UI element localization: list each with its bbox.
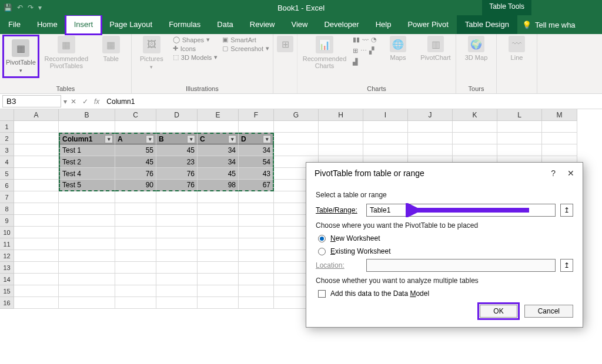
cell[interactable]: 45 xyxy=(115,156,156,168)
cell[interactable] xyxy=(115,227,156,238)
cell[interactable] xyxy=(319,133,363,144)
recommended-pivottables-button[interactable]: ▦ Recommended PivotTables xyxy=(43,36,90,69)
cell[interactable] xyxy=(239,285,274,297)
cell[interactable] xyxy=(542,121,577,133)
select-all-corner[interactable] xyxy=(0,109,14,121)
cell[interactable] xyxy=(198,121,239,133)
cell[interactable]: 34 xyxy=(239,144,274,156)
cell[interactable] xyxy=(14,238,59,250)
cell[interactable] xyxy=(14,262,59,274)
cell[interactable] xyxy=(14,274,59,285)
pie-chart-icon[interactable]: ◔ xyxy=(371,36,377,43)
col-header[interactable]: B xyxy=(59,109,115,121)
icons-button[interactable]: ✚Icons xyxy=(173,45,218,52)
cell[interactable] xyxy=(198,274,239,285)
radio-existing-worksheet[interactable]: Existing Worksheet xyxy=(318,247,573,255)
cell[interactable] xyxy=(59,121,115,133)
row-header[interactable]: 16 xyxy=(0,297,14,309)
tab-help[interactable]: Help xyxy=(367,15,400,34)
cell[interactable] xyxy=(542,144,577,156)
combo-chart-icon[interactable]: ▟ xyxy=(353,58,357,66)
cell[interactable] xyxy=(59,297,115,309)
redo-icon[interactable]: ↷ xyxy=(28,4,34,12)
cell[interactable] xyxy=(319,121,363,133)
collapse-dialog-icon[interactable]: ↥ xyxy=(560,204,573,217)
table-button[interactable]: ▦ Table xyxy=(95,36,128,62)
cell[interactable] xyxy=(59,262,115,274)
cell[interactable] xyxy=(115,285,156,297)
row-header[interactable]: 3 xyxy=(0,144,14,156)
col-header[interactable]: D xyxy=(156,109,198,121)
cell[interactable]: D xyxy=(239,133,274,144)
tab-page-layout[interactable]: Page Layout xyxy=(101,15,160,34)
cell[interactable]: 90 xyxy=(115,180,156,191)
cell[interactable] xyxy=(408,121,453,133)
collapse-dialog-icon[interactable]: ↥ xyxy=(560,259,573,272)
cell[interactable] xyxy=(453,133,497,144)
tab-home[interactable]: Home xyxy=(29,15,66,34)
row-header[interactable]: 9 xyxy=(0,215,14,227)
cell[interactable]: 55 xyxy=(115,144,156,156)
row-header[interactable]: 6 xyxy=(0,180,14,191)
cell[interactable] xyxy=(14,250,59,262)
chart-gallery[interactable]: ▮▮ 〰 ◔ ⊞ ⋯ ▞ ▟ xyxy=(353,36,377,66)
cell[interactable] xyxy=(274,121,319,133)
maps-button[interactable]: 🌐 Maps xyxy=(382,36,414,61)
undo-icon[interactable]: ↶ xyxy=(17,4,23,12)
cell[interactable] xyxy=(14,203,59,215)
cell[interactable] xyxy=(115,262,156,274)
row-header[interactable]: 7 xyxy=(0,191,14,203)
cell[interactable]: 34 xyxy=(198,144,239,156)
cell[interactable] xyxy=(319,144,363,156)
cell[interactable] xyxy=(198,191,239,203)
scatter-chart-icon[interactable]: ⋯ xyxy=(360,47,367,55)
cell[interactable]: 45 xyxy=(198,168,239,180)
cell[interactable]: C xyxy=(198,133,239,144)
cell[interactable] xyxy=(14,144,59,156)
cell[interactable]: B xyxy=(156,133,198,144)
cell[interactable] xyxy=(14,121,59,133)
cell[interactable] xyxy=(115,238,156,250)
line-chart-icon[interactable]: 〰 xyxy=(362,36,369,43)
cell[interactable]: 34 xyxy=(198,156,239,168)
cell[interactable] xyxy=(115,215,156,227)
cell[interactable] xyxy=(156,262,198,274)
col-header[interactable]: A xyxy=(14,109,59,121)
cancel-formula-icon[interactable]: ✕ xyxy=(71,97,76,106)
row-header[interactable]: 2 xyxy=(0,133,14,144)
save-icon[interactable]: 💾 xyxy=(4,4,12,12)
col-header[interactable]: F xyxy=(239,109,274,121)
row-header[interactable]: 14 xyxy=(0,274,14,285)
cell[interactable]: A xyxy=(115,133,156,144)
cell[interactable] xyxy=(363,144,408,156)
cell[interactable] xyxy=(156,191,198,203)
col-header[interactable]: M xyxy=(542,109,577,121)
tab-file[interactable]: File xyxy=(0,15,29,34)
pivottable-button[interactable]: ▦ PivotTable ▾ xyxy=(4,36,38,77)
cell[interactable] xyxy=(239,121,274,133)
cell[interactable] xyxy=(363,121,408,133)
fx-icon[interactable]: fx xyxy=(94,97,99,106)
addins-icon[interactable]: ⊞ xyxy=(277,36,293,52)
cell[interactable]: 76 xyxy=(156,180,198,191)
checkbox-data-model[interactable]: Add this data to the Data Model xyxy=(318,289,573,298)
row-header[interactable]: 11 xyxy=(0,238,14,250)
col-header[interactable]: I xyxy=(363,109,408,121)
cell[interactable] xyxy=(497,133,542,144)
cell[interactable] xyxy=(239,191,274,203)
tab-view[interactable]: View xyxy=(283,15,316,34)
cell[interactable]: 54 xyxy=(239,156,274,168)
cell[interactable]: 76 xyxy=(115,168,156,180)
cell[interactable] xyxy=(198,203,239,215)
cell[interactable] xyxy=(156,250,198,262)
cell[interactable] xyxy=(59,215,115,227)
cell[interactable] xyxy=(542,133,577,144)
row-header[interactable]: 5 xyxy=(0,168,14,180)
cell[interactable] xyxy=(198,297,239,309)
cell[interactable] xyxy=(14,285,59,297)
tab-data[interactable]: Data xyxy=(209,15,241,34)
pictures-button[interactable]: 🖼 Pictures ▾ xyxy=(135,36,168,70)
shapes-button[interactable]: ◯Shapes ▾ xyxy=(173,36,218,43)
cell[interactable]: Column1 xyxy=(59,133,115,144)
col-header[interactable]: H xyxy=(319,109,363,121)
